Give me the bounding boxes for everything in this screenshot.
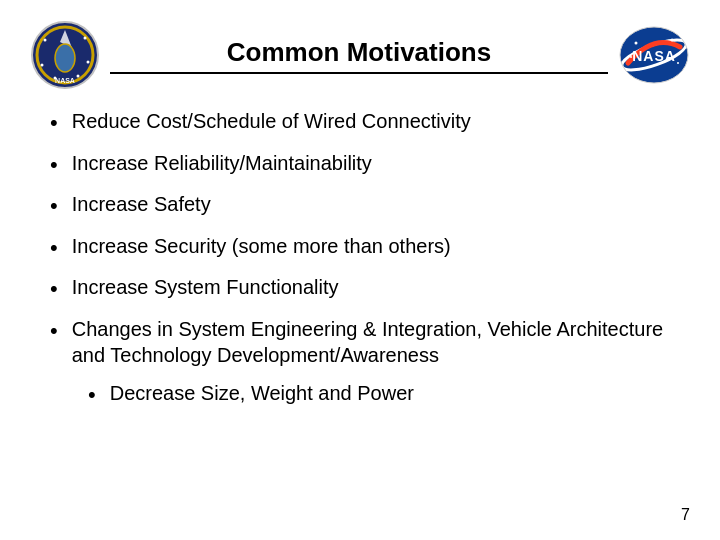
svg-text:NASA: NASA (55, 77, 75, 84)
bullet-icon: • (50, 151, 58, 180)
bullet-icon: • (88, 381, 96, 410)
content-area: • Reduce Cost/Schedule of Wired Connecti… (30, 108, 690, 410)
bullet-icon: • (50, 275, 58, 304)
svg-point-4 (44, 39, 47, 42)
bullet-text: Increase Safety (72, 191, 670, 217)
nasa-logo: NASA (618, 25, 690, 85)
svg-point-7 (87, 61, 90, 64)
list-item-sub: • Decrease Size, Weight and Power (88, 380, 670, 410)
svg-point-15 (671, 39, 674, 42)
svg-point-14 (635, 42, 638, 45)
bullet-icon: • (50, 109, 58, 138)
bullet-text: Decrease Size, Weight and Power (110, 380, 670, 406)
bullet-text: Changes in System Engineering & Integrat… (72, 316, 670, 368)
list-item: • Increase Reliability/Maintainability (50, 150, 670, 180)
bullet-icon: • (50, 234, 58, 263)
bullet-text: Reduce Cost/Schedule of Wired Connectivi… (72, 108, 670, 134)
list-item: • Increase System Functionality (50, 274, 670, 304)
title-container: Common Motivations (100, 37, 618, 74)
svg-point-16 (630, 56, 632, 58)
bullet-icon: • (50, 192, 58, 221)
svg-point-3 (55, 44, 75, 72)
bullet-text: Increase System Functionality (72, 274, 670, 300)
bullet-text: Increase Reliability/Maintainability (72, 150, 670, 176)
bullet-icon: • (50, 317, 58, 346)
list-item: • Increase Safety (50, 191, 670, 221)
bullet-text: Increase Security (some more than others… (72, 233, 670, 259)
slide-title: Common Motivations (110, 37, 608, 68)
svg-point-5 (84, 37, 87, 40)
svg-point-6 (41, 64, 44, 67)
svg-point-9 (77, 75, 80, 78)
page-number: 7 (681, 506, 690, 524)
bullet-list: • Reduce Cost/Schedule of Wired Connecti… (50, 108, 670, 410)
left-logo: NASA (30, 20, 100, 90)
list-item: • Increase Security (some more than othe… (50, 233, 670, 263)
slide: NASA Common Motivations NASA (0, 0, 720, 540)
svg-text:NASA: NASA (632, 48, 676, 64)
header: NASA Common Motivations NASA (30, 20, 690, 90)
title-underline (110, 72, 608, 74)
list-item: • Reduce Cost/Schedule of Wired Connecti… (50, 108, 670, 138)
svg-point-17 (677, 62, 679, 64)
list-item: • Changes in System Engineering & Integr… (50, 316, 670, 368)
